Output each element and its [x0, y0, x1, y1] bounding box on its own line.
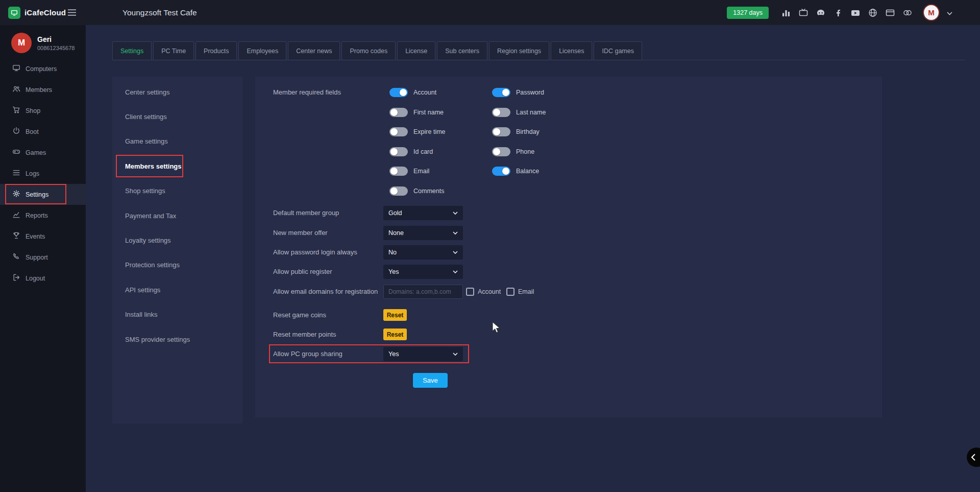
sidebar-item-logout[interactable]: Logout — [0, 268, 86, 289]
sidebar-item-label: Support — [26, 254, 48, 261]
monitor-icon — [12, 64, 20, 74]
settings-nav-install-links[interactable]: Install links — [112, 302, 242, 327]
settings-nav-payment-and-tax[interactable]: Payment and Tax — [112, 203, 242, 228]
sidebar-item-computers[interactable]: Computers — [0, 58, 86, 79]
settings-nav-loyalty-settings[interactable]: Loyalty settings — [112, 228, 242, 252]
tab-licenses[interactable]: Licenses — [551, 41, 592, 60]
trophy-icon — [12, 231, 20, 241]
toggle-email[interactable] — [389, 167, 408, 176]
chart-icon — [12, 210, 20, 220]
settings-nav-game-settings[interactable]: Game settings — [112, 129, 242, 154]
toggle-label: Birthday — [516, 128, 540, 135]
email-checkbox[interactable] — [506, 288, 514, 296]
sidebar-item-games[interactable]: Games — [0, 142, 86, 163]
tab-employees[interactable]: Employees — [238, 41, 286, 60]
account-checkbox[interactable] — [466, 288, 474, 296]
sidebar-item-support[interactable]: Support — [0, 247, 86, 268]
default-member-group-select[interactable]: Gold — [383, 206, 463, 220]
select-value: Yes — [388, 268, 399, 275]
sidebar-item-label: Reports — [26, 212, 48, 219]
toggle-label: Comments — [413, 188, 444, 195]
tab-license[interactable]: License — [397, 41, 435, 60]
partner-icon[interactable] — [902, 8, 913, 18]
reset-game-coins-label: Reset game coins — [273, 311, 326, 319]
sidebar-item-events[interactable]: Events — [0, 226, 86, 247]
select-value: None — [388, 229, 404, 237]
toggle-column-1: Account First name Expire time Id card E… — [389, 83, 446, 201]
tab-idc-games[interactable]: IDC games — [594, 41, 642, 60]
public-register-select[interactable]: Yes — [383, 265, 463, 279]
website-globe-icon[interactable] — [868, 8, 878, 18]
analytics-icon[interactable] — [781, 8, 791, 18]
tab-sub-centers[interactable]: Sub centers — [437, 41, 487, 60]
tab-center-news[interactable]: Center news — [288, 41, 340, 60]
sidebar-item-shop[interactable]: Shop — [0, 100, 86, 121]
discord-icon[interactable] — [816, 8, 826, 18]
chevron-down-icon — [453, 251, 458, 254]
sidebar-item-settings[interactable]: Settings — [0, 184, 86, 205]
email-domains-input[interactable] — [383, 285, 463, 299]
facebook-icon[interactable] — [833, 8, 843, 18]
menu-toggle-icon[interactable] — [67, 9, 77, 16]
tab-pc-time[interactable]: PC Time — [153, 41, 194, 60]
toggle-balance[interactable] — [492, 167, 510, 176]
sidebar-item-label: Boot — [26, 128, 39, 135]
toggle-label: Phone — [516, 148, 534, 155]
sidebar-item-label: Logs — [26, 170, 39, 177]
license-days-badge[interactable]: 1327 days — [727, 7, 769, 19]
toggle-account[interactable] — [389, 88, 408, 97]
settings-nav-client-settings[interactable]: Client settings — [112, 104, 242, 129]
toggle-expire-time[interactable] — [389, 127, 408, 136]
tv-icon[interactable] — [798, 8, 808, 18]
user-phone: 008612345678 — [37, 45, 75, 51]
cart-icon — [12, 106, 20, 115]
user-avatar[interactable]: M — [923, 4, 940, 21]
allow-public-register-label: Allow public register — [273, 268, 332, 275]
reset-game-coins-button[interactable]: Reset — [383, 309, 407, 321]
toggle-id-card[interactable] — [389, 147, 408, 156]
phone-icon — [12, 252, 20, 262]
tab-products[interactable]: Products — [195, 41, 237, 60]
toggle-first-name[interactable] — [389, 108, 408, 117]
tab-settings[interactable]: Settings — [112, 41, 152, 60]
toggle-comments[interactable] — [389, 186, 408, 196]
tab-promo-codes[interactable]: Promo codes — [341, 41, 396, 60]
sidebar-item-members[interactable]: Members — [0, 79, 86, 100]
pc-group-sharing-select[interactable]: Yes — [383, 347, 463, 361]
settings-nav-api-settings[interactable]: API settings — [112, 277, 242, 302]
select-value: No — [388, 249, 397, 256]
tab-region-settings[interactable]: Region settings — [489, 41, 549, 60]
main-content: Settings PC Time Products Employees Cent… — [86, 25, 980, 492]
toggle-label: Password — [516, 89, 544, 96]
password-login-select[interactable]: No — [383, 245, 463, 260]
toggle-birthday[interactable] — [492, 127, 510, 136]
top-bar: iCafeCloud Youngzsoft Test Cafe 1327 day… — [0, 0, 980, 25]
settings-nav-members-settings[interactable]: Members settings — [112, 154, 242, 178]
tab-bar: Settings PC Time Products Employees Cent… — [112, 41, 642, 60]
toggle-password[interactable] — [492, 88, 510, 97]
settings-nav-sms-provider-settings[interactable]: SMS provider settings — [112, 327, 242, 352]
app-logo[interactable]: iCafeCloud — [8, 0, 66, 25]
toggle-last-name[interactable] — [492, 108, 510, 117]
sidebar-item-label: Computers — [26, 65, 57, 73]
avatar-chevron-down-icon[interactable] — [947, 8, 952, 17]
sidebar-item-boot[interactable]: Boot — [0, 121, 86, 142]
new-member-offer-select[interactable]: None — [383, 226, 463, 240]
settings-nav-protection-settings[interactable]: Protection settings — [112, 253, 242, 277]
account-checkbox-label: Account — [478, 288, 501, 295]
sidebar-avatar[interactable]: M — [11, 33, 32, 53]
cafe-title: Youngzsoft Test Cafe — [122, 8, 197, 17]
settings-nav-center-settings[interactable]: Center settings — [112, 80, 242, 104]
billing-card-icon[interactable] — [885, 8, 895, 18]
chevron-down-icon — [453, 212, 458, 215]
settings-nav-shop-settings[interactable]: Shop settings — [112, 179, 242, 203]
sidebar-item-reports[interactable]: Reports — [0, 205, 86, 226]
youtube-icon[interactable] — [850, 8, 861, 18]
sidebar-item-label: Games — [26, 149, 46, 156]
reset-member-points-button[interactable]: Reset — [383, 329, 407, 340]
save-button[interactable]: Save — [413, 373, 448, 388]
sidebar-item-logs[interactable]: Logs — [0, 163, 86, 184]
toggle-phone[interactable] — [492, 147, 510, 156]
header-right-cluster: 1327 days M — [727, 0, 952, 25]
toggle-label: Account — [413, 89, 436, 96]
